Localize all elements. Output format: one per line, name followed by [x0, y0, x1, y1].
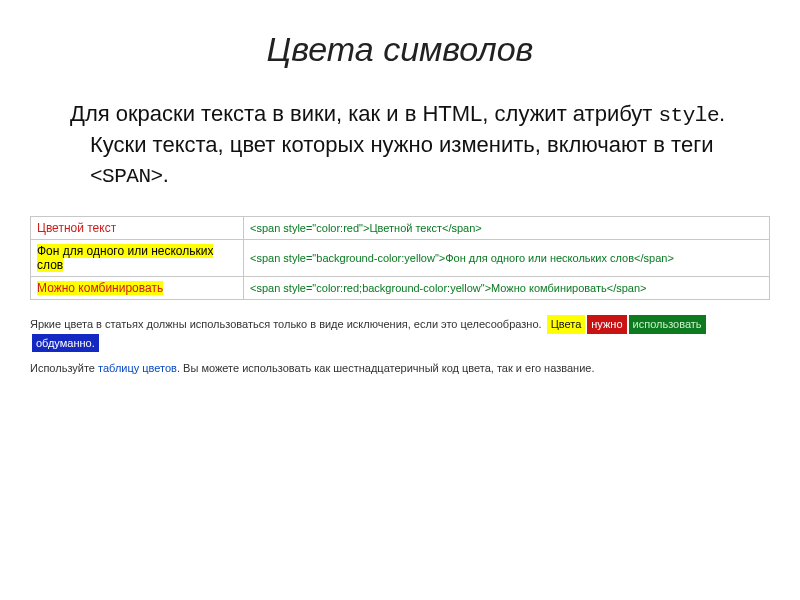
table-row: Можно комбинировать<span style="color:re… — [31, 277, 770, 300]
page-title: Цвета символов — [30, 30, 770, 69]
footnote1-text: Яркие цвета в статьях должны использоват… — [30, 318, 545, 330]
color-chip: нужно — [587, 315, 626, 334]
example-code: <span style="color:red">Цветной текст</s… — [244, 217, 770, 240]
example-display-text: Фон для одного или нескольких слов — [37, 244, 213, 272]
footnote-color-table: Используйте таблицу цветов. Вы можете ис… — [30, 360, 770, 377]
footnote-bright-colors: Яркие цвета в статьях должны использоват… — [30, 315, 770, 352]
footnote2-b: . Вы можете использовать как шестнадцате… — [177, 362, 594, 374]
table-row: Цветной текст<span style="color:red">Цве… — [31, 217, 770, 240]
footnote2-a: Используйте — [30, 362, 98, 374]
intro-paragraph: Для окраски текста в вики, как и в HTML,… — [70, 99, 770, 191]
table-row: Фон для одного или нескольких слов<span … — [31, 240, 770, 277]
intro-part-a: Для окраски текста в вики, как и в HTML,… — [70, 101, 658, 126]
examples-table: Цветной текст<span style="color:red">Цве… — [30, 216, 770, 300]
color-chip: обдуманно. — [32, 334, 99, 353]
color-chip: использовать — [629, 315, 706, 334]
example-display: Цветной текст — [31, 217, 244, 240]
example-display-text: Можно комбинировать — [37, 281, 163, 295]
example-code: <span style="background-color:yellow">Фо… — [244, 240, 770, 277]
code-style: style — [658, 104, 719, 127]
example-code: <span style="color:red;background-color:… — [244, 277, 770, 300]
example-display: Можно комбинировать — [31, 277, 244, 300]
intro-part-c: . — [163, 162, 169, 187]
color-chip: Цвета — [547, 315, 586, 334]
example-display: Фон для одного или нескольких слов — [31, 240, 244, 277]
code-span-tag: <SPAN> — [90, 165, 163, 188]
color-table-link[interactable]: таблицу цветов — [98, 362, 177, 374]
example-display-text: Цветной текст — [37, 221, 116, 235]
